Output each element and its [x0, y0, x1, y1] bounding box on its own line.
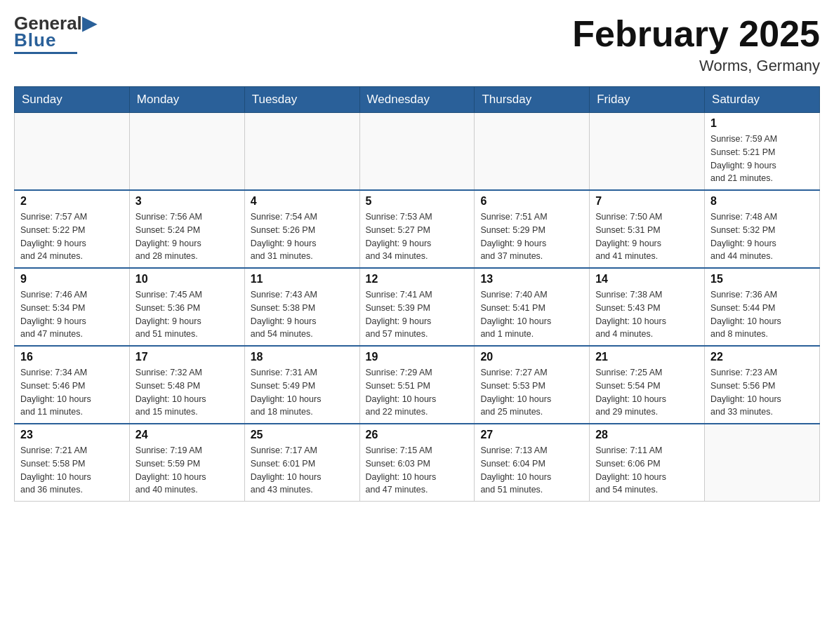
calendar-cell: 26Sunrise: 7:15 AM Sunset: 6:03 PM Dayli… [359, 424, 475, 502]
day-number: 13 [480, 273, 583, 286]
day-info: Sunrise: 7:11 AM Sunset: 6:06 PM Dayligh… [595, 444, 699, 497]
day-info: Sunrise: 7:54 AM Sunset: 5:26 PM Dayligh… [251, 210, 354, 263]
weekday-header-friday: Friday [590, 87, 705, 113]
weekday-header-sunday: Sunday [15, 87, 130, 113]
day-number: 26 [366, 429, 469, 441]
calendar-cell: 12Sunrise: 7:41 AM Sunset: 5:39 PM Dayli… [359, 268, 475, 346]
weekday-header-tuesday: Tuesday [244, 87, 359, 113]
calendar-week-row: 2Sunrise: 7:57 AM Sunset: 5:22 PM Daylig… [15, 190, 820, 268]
day-info: Sunrise: 7:46 AM Sunset: 5:34 PM Dayligh… [20, 288, 124, 341]
weekday-header-row: SundayMondayTuesdayWednesdayThursdayFrid… [15, 87, 820, 113]
calendar-cell: 18Sunrise: 7:31 AM Sunset: 5:49 PM Dayli… [244, 346, 359, 424]
day-number: 22 [710, 351, 814, 363]
calendar-cell: 14Sunrise: 7:38 AM Sunset: 5:43 PM Dayli… [590, 268, 705, 346]
day-number: 23 [20, 429, 124, 441]
calendar-cell: 23Sunrise: 7:21 AM Sunset: 5:58 PM Dayli… [15, 424, 130, 502]
day-info: Sunrise: 7:56 AM Sunset: 5:24 PM Dayligh… [135, 210, 239, 263]
day-number: 16 [20, 351, 124, 363]
day-number: 4 [251, 195, 354, 208]
calendar-cell: 1Sunrise: 7:59 AM Sunset: 5:21 PM Daylig… [705, 113, 820, 191]
calendar-cell: 7Sunrise: 7:50 AM Sunset: 5:31 PM Daylig… [590, 190, 705, 268]
calendar-week-row: 9Sunrise: 7:46 AM Sunset: 5:34 PM Daylig… [15, 268, 820, 346]
calendar-cell: 11Sunrise: 7:43 AM Sunset: 5:38 PM Dayli… [244, 268, 359, 346]
day-info: Sunrise: 7:29 AM Sunset: 5:51 PM Dayligh… [366, 366, 469, 419]
day-number: 17 [135, 351, 239, 363]
calendar-cell: 24Sunrise: 7:19 AM Sunset: 5:59 PM Dayli… [129, 424, 244, 502]
calendar-cell: 9Sunrise: 7:46 AM Sunset: 5:34 PM Daylig… [15, 268, 130, 346]
day-number: 28 [595, 429, 699, 441]
calendar-cell: 25Sunrise: 7:17 AM Sunset: 6:01 PM Dayli… [244, 424, 359, 502]
day-info: Sunrise: 7:51 AM Sunset: 5:29 PM Dayligh… [480, 210, 583, 263]
logo: General▶ Blue [14, 14, 96, 54]
day-info: Sunrise: 7:31 AM Sunset: 5:49 PM Dayligh… [251, 366, 354, 419]
page-header: General▶ Blue February 2025 Worms, Germa… [14, 14, 820, 75]
day-info: Sunrise: 7:45 AM Sunset: 5:36 PM Dayligh… [135, 288, 239, 341]
calendar-cell: 15Sunrise: 7:36 AM Sunset: 5:44 PM Dayli… [705, 268, 820, 346]
calendar-cell: 17Sunrise: 7:32 AM Sunset: 5:48 PM Dayli… [129, 346, 244, 424]
day-info: Sunrise: 7:34 AM Sunset: 5:46 PM Dayligh… [20, 366, 124, 419]
calendar-cell: 6Sunrise: 7:51 AM Sunset: 5:29 PM Daylig… [475, 190, 590, 268]
calendar-cell: 5Sunrise: 7:53 AM Sunset: 5:27 PM Daylig… [359, 190, 475, 268]
calendar-cell [475, 113, 590, 191]
day-number: 6 [480, 195, 583, 208]
logo-blue: ▶ [82, 13, 96, 34]
calendar-cell: 16Sunrise: 7:34 AM Sunset: 5:46 PM Dayli… [15, 346, 130, 424]
day-info: Sunrise: 7:41 AM Sunset: 5:39 PM Dayligh… [366, 288, 469, 341]
day-number: 24 [135, 429, 239, 441]
calendar-cell: 20Sunrise: 7:27 AM Sunset: 5:53 PM Dayli… [475, 346, 590, 424]
day-info: Sunrise: 7:57 AM Sunset: 5:22 PM Dayligh… [20, 210, 124, 263]
day-number: 15 [710, 273, 814, 286]
day-number: 9 [20, 273, 124, 286]
calendar-cell: 27Sunrise: 7:13 AM Sunset: 6:04 PM Dayli… [475, 424, 590, 502]
calendar-cell: 3Sunrise: 7:56 AM Sunset: 5:24 PM Daylig… [129, 190, 244, 268]
weekday-header-wednesday: Wednesday [359, 87, 475, 113]
day-info: Sunrise: 7:23 AM Sunset: 5:56 PM Dayligh… [710, 366, 814, 419]
calendar-cell: 8Sunrise: 7:48 AM Sunset: 5:32 PM Daylig… [705, 190, 820, 268]
weekday-header-saturday: Saturday [705, 87, 820, 113]
day-number: 3 [135, 195, 239, 208]
day-info: Sunrise: 7:53 AM Sunset: 5:27 PM Dayligh… [366, 210, 469, 263]
calendar-cell [244, 113, 359, 191]
day-info: Sunrise: 7:38 AM Sunset: 5:43 PM Dayligh… [595, 288, 699, 341]
day-number: 8 [710, 195, 814, 208]
calendar-table: SundayMondayTuesdayWednesdayThursdayFrid… [14, 86, 820, 502]
day-info: Sunrise: 7:27 AM Sunset: 5:53 PM Dayligh… [480, 366, 583, 419]
day-number: 5 [366, 195, 469, 208]
day-info: Sunrise: 7:19 AM Sunset: 5:59 PM Dayligh… [135, 444, 239, 497]
calendar-week-row: 16Sunrise: 7:34 AM Sunset: 5:46 PM Dayli… [15, 346, 820, 424]
calendar-cell: 19Sunrise: 7:29 AM Sunset: 5:51 PM Dayli… [359, 346, 475, 424]
day-info: Sunrise: 7:50 AM Sunset: 5:31 PM Dayligh… [595, 210, 699, 263]
day-number: 27 [480, 429, 583, 441]
calendar-cell [705, 424, 820, 502]
logo-underline [14, 52, 77, 54]
day-number: 18 [251, 351, 354, 363]
day-info: Sunrise: 7:13 AM Sunset: 6:04 PM Dayligh… [480, 444, 583, 497]
day-info: Sunrise: 7:48 AM Sunset: 5:32 PM Dayligh… [710, 210, 814, 263]
calendar-cell: 22Sunrise: 7:23 AM Sunset: 5:56 PM Dayli… [705, 346, 820, 424]
day-info: Sunrise: 7:43 AM Sunset: 5:38 PM Dayligh… [251, 288, 354, 341]
day-info: Sunrise: 7:25 AM Sunset: 5:54 PM Dayligh… [595, 366, 699, 419]
location: Worms, Germany [572, 57, 820, 75]
day-info: Sunrise: 7:15 AM Sunset: 6:03 PM Dayligh… [366, 444, 469, 497]
calendar-cell [359, 113, 475, 191]
weekday-header-thursday: Thursday [475, 87, 590, 113]
logo-blue-text: Blue [14, 29, 56, 51]
day-number: 19 [366, 351, 469, 363]
calendar-cell [15, 113, 130, 191]
calendar-cell: 4Sunrise: 7:54 AM Sunset: 5:26 PM Daylig… [244, 190, 359, 268]
day-number: 7 [595, 195, 699, 208]
calendar-week-row: 1Sunrise: 7:59 AM Sunset: 5:21 PM Daylig… [15, 113, 820, 191]
day-number: 25 [251, 429, 354, 441]
day-number: 20 [480, 351, 583, 363]
calendar-cell: 2Sunrise: 7:57 AM Sunset: 5:22 PM Daylig… [15, 190, 130, 268]
day-number: 12 [366, 273, 469, 286]
day-info: Sunrise: 7:36 AM Sunset: 5:44 PM Dayligh… [710, 288, 814, 341]
day-number: 14 [595, 273, 699, 286]
day-info: Sunrise: 7:59 AM Sunset: 5:21 PM Dayligh… [710, 133, 814, 185]
day-info: Sunrise: 7:32 AM Sunset: 5:48 PM Dayligh… [135, 366, 239, 419]
calendar-cell: 13Sunrise: 7:40 AM Sunset: 5:41 PM Dayli… [475, 268, 590, 346]
day-number: 2 [20, 195, 124, 208]
month-title: February 2025 [572, 14, 820, 54]
calendar-cell [590, 113, 705, 191]
day-info: Sunrise: 7:17 AM Sunset: 6:01 PM Dayligh… [251, 444, 354, 497]
